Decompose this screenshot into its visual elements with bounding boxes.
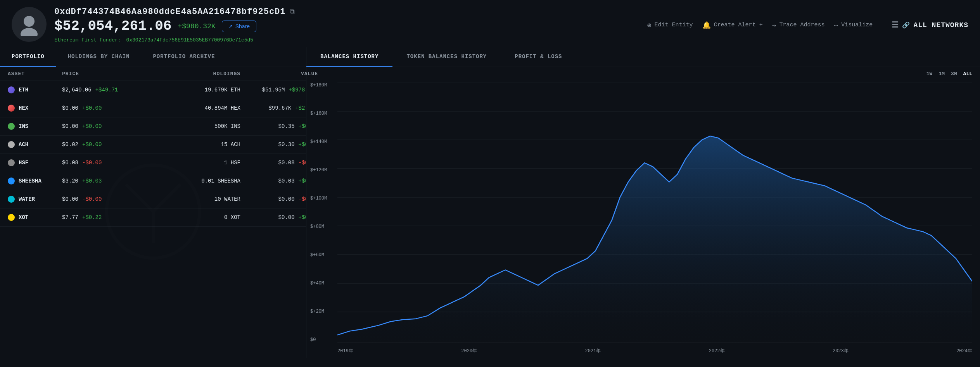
hsf-price: $0.08 -$0.00 bbox=[62, 160, 147, 166]
create-alert-button[interactable]: 🔔 Create Alert + bbox=[702, 21, 763, 29]
xot-icon bbox=[8, 214, 15, 221]
chart-svg bbox=[337, 83, 972, 343]
ins-holdings: 500K INS bbox=[147, 123, 240, 129]
water-icon bbox=[8, 196, 15, 203]
table-body: ETH $2,640.06 +$49.71 19.679K ETH $51.95… bbox=[0, 81, 306, 358]
address-row: 0xdDf744374B46Aa980ddcE4a5AA216478bf925c… bbox=[54, 7, 295, 17]
chart-area: 1W 1M 3M ALL $+180M $+160M $+140M $+120M… bbox=[306, 67, 980, 358]
tab-profit-loss[interactable]: PROFIT & LOSS bbox=[501, 47, 576, 67]
xot-value: $0.00 +$0.00 bbox=[240, 214, 306, 221]
col-price: PRICE bbox=[62, 71, 147, 77]
col-asset: ASSET bbox=[8, 71, 62, 77]
tab-token-balances-history[interactable]: TOKEN BALANCES HISTORY bbox=[392, 47, 501, 67]
tab-portfolio[interactable]: PORTFOLIO bbox=[0, 47, 56, 67]
ach-value: $0.30 +$0.00 bbox=[240, 141, 306, 148]
asset-water: WATER bbox=[8, 196, 62, 203]
chart-svg-wrapper bbox=[337, 83, 972, 343]
ach-price: $0.02 +$0.00 bbox=[62, 141, 147, 148]
hex-holdings: 40.894M HEX bbox=[147, 105, 240, 111]
eth-icon bbox=[8, 86, 15, 93]
link-icon: 🔗 bbox=[902, 21, 910, 29]
hex-icon bbox=[8, 105, 15, 112]
hsf-icon bbox=[8, 159, 15, 166]
filter-3m[interactable]: 3M bbox=[951, 71, 957, 77]
hex-price: $0.00 +$0.00 bbox=[62, 105, 147, 111]
asset-hex: HEX bbox=[8, 105, 62, 112]
table-row: INS $0.00 +$0.00 500K INS $0.35 +$0.03 bbox=[0, 117, 306, 136]
sheesha-price: $3.20 +$0.03 bbox=[62, 178, 147, 184]
table-row: HEX $0.00 +$0.00 40.894M HEX $99.67K +$2… bbox=[0, 99, 306, 117]
filter-icon: ☰ bbox=[892, 20, 899, 30]
table-row: ACH $0.02 +$0.00 15 ACH $0.30 +$0.00 bbox=[0, 136, 306, 154]
share-button[interactable]: ↗ Share bbox=[222, 21, 256, 32]
share-icon: ↗ bbox=[228, 23, 233, 29]
svg-point-1 bbox=[21, 28, 38, 36]
trace-address-button[interactable]: ⇢ Trace Address bbox=[772, 21, 825, 29]
balance-amount: $52,054,261.06 bbox=[54, 18, 171, 34]
asset-ach: ACH bbox=[8, 141, 62, 148]
right-panel: BALANCES HISTORY TOKEN BALANCES HISTORY … bbox=[306, 47, 980, 358]
balance-change: +$980.32K bbox=[178, 22, 215, 30]
svg-point-0 bbox=[24, 16, 35, 27]
hsf-value: $0.08 -$0.00 bbox=[240, 160, 306, 166]
xot-price: $7.77 +$0.22 bbox=[62, 214, 147, 221]
col-holdings: HOLDINGS bbox=[147, 71, 240, 77]
tab-balances-history[interactable]: BALANCES HISTORY bbox=[306, 47, 392, 67]
ach-icon bbox=[8, 141, 15, 148]
eth-price: $2,640.06 +$49.71 bbox=[62, 87, 147, 93]
table-row: XOT $7.77 +$0.22 0 XOT $0.00 +$0.00 bbox=[0, 208, 306, 227]
time-filters: 1W 1M 3M ALL bbox=[926, 71, 972, 77]
visualize-button[interactable]: ⋯ Visualize bbox=[834, 21, 873, 29]
sheesha-value: $0.03 +$0.00 bbox=[240, 178, 306, 184]
edit-entity-button[interactable]: ⊕ Edit Entity bbox=[647, 21, 693, 29]
edit-icon: ⊕ bbox=[647, 21, 652, 29]
network-badge[interactable]: ☰ 🔗 ALL NETWORKS bbox=[892, 20, 968, 30]
table-row: WATER $0.00 -$0.00 10 WATER $0.00 -$0.00 bbox=[0, 190, 306, 208]
main-content: PORTFOLIO HOLDINGS BY CHAIN PORTFOLIO AR… bbox=[0, 47, 980, 358]
water-price: $0.00 -$0.00 bbox=[62, 196, 147, 202]
trace-icon: ⇢ bbox=[772, 21, 776, 29]
sheesha-holdings: 0.01 SHEESHA bbox=[147, 178, 240, 184]
water-holdings: 10 WATER bbox=[147, 196, 240, 202]
hsf-holdings: 1 HSF bbox=[147, 160, 240, 166]
asset-eth: ETH bbox=[8, 86, 62, 93]
eth-value: $51.95M +$978.26K bbox=[240, 87, 306, 93]
filter-1m[interactable]: 1M bbox=[939, 71, 945, 77]
left-panel: PORTFOLIO HOLDINGS BY CHAIN PORTFOLIO AR… bbox=[0, 47, 306, 358]
right-header: ⊕ Edit Entity 🔔 Create Alert + ⇢ Trace A… bbox=[647, 19, 968, 31]
visualize-icon: ⋯ bbox=[834, 21, 838, 29]
wallet-address: 0xdDf744374B46Aa980ddcE4a5AA216478bf925c… bbox=[54, 7, 286, 17]
ins-icon bbox=[8, 123, 15, 130]
table-header: ASSET PRICE HOLDINGS VALUE bbox=[0, 67, 306, 81]
table-row: HSF $0.08 -$0.00 1 HSF $0.08 -$0.00 bbox=[0, 154, 306, 172]
funder-row: Ethereum First Funder: 0x302173a74Fdc756… bbox=[54, 37, 295, 43]
filter-all[interactable]: ALL bbox=[963, 71, 972, 77]
copy-icon[interactable]: ⧉ bbox=[290, 8, 295, 16]
ach-holdings: 15 ACH bbox=[147, 141, 240, 148]
top-header: 0xdDf744374B46Aa980ddcE4a5AA216478bf925c… bbox=[0, 0, 980, 47]
table-row: ETH $2,640.06 +$49.71 19.679K ETH $51.95… bbox=[0, 81, 306, 99]
asset-sheesha: SHEESHA bbox=[8, 177, 62, 184]
x-axis-labels: 2019年 2020年 2021年 2022年 2023年 2024年 bbox=[337, 348, 972, 354]
chart-tabs: BALANCES HISTORY TOKEN BALANCES HISTORY … bbox=[306, 47, 980, 67]
y-axis-labels: $+180M $+160M $+140M $+120M $+100M $+80M… bbox=[310, 83, 327, 343]
sheesha-icon bbox=[8, 177, 15, 184]
eth-holdings: 19.679K ETH bbox=[147, 87, 240, 93]
alert-icon: 🔔 bbox=[702, 21, 711, 29]
tab-portfolio-archive[interactable]: PORTFOLIO ARCHIVE bbox=[141, 47, 226, 67]
water-value: $0.00 -$0.00 bbox=[240, 196, 306, 202]
hex-value: $99.67K +$2.06K bbox=[240, 105, 306, 111]
ins-price: $0.00 +$0.00 bbox=[62, 123, 147, 129]
balance-row: $52,054,261.06 +$980.32K ↗ Share bbox=[54, 18, 295, 34]
tab-holdings-by-chain[interactable]: HOLDINGS BY CHAIN bbox=[56, 47, 142, 67]
divider bbox=[882, 19, 882, 31]
asset-ins: INS bbox=[8, 123, 62, 130]
table-row: SHEESHA $3.20 +$0.03 0.01 SHEESHA $0.03 … bbox=[0, 172, 306, 190]
portfolio-tabs: PORTFOLIO HOLDINGS BY CHAIN PORTFOLIO AR… bbox=[0, 47, 306, 67]
asset-hsf: HSF bbox=[8, 159, 62, 166]
address-info: 0xdDf744374B46Aa980ddcE4a5AA216478bf925c… bbox=[54, 7, 295, 43]
left-header: 0xdDf744374B46Aa980ddcE4a5AA216478bf925c… bbox=[12, 7, 295, 43]
xot-holdings: 0 XOT bbox=[147, 214, 240, 221]
filter-1w[interactable]: 1W bbox=[926, 71, 933, 77]
asset-xot: XOT bbox=[8, 214, 62, 221]
